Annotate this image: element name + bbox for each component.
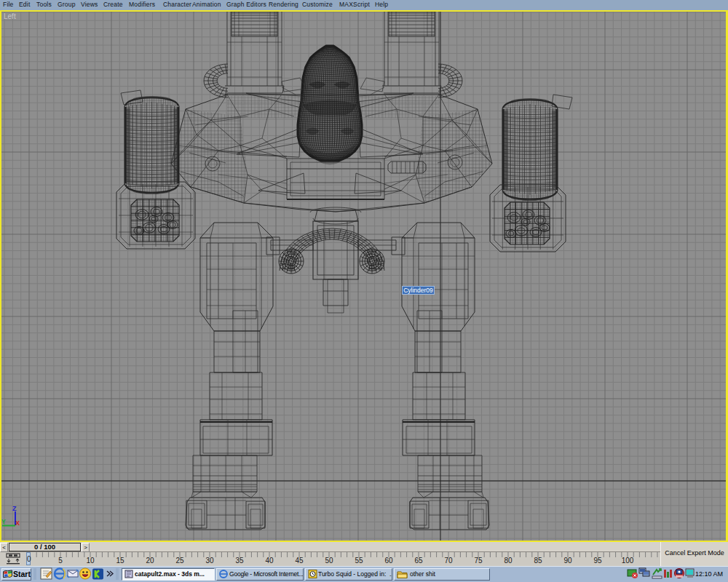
svg-text:Y: Y: [1, 518, 6, 525]
svg-text:Z: Z: [12, 505, 17, 512]
svg-text:X: X: [15, 519, 20, 527]
